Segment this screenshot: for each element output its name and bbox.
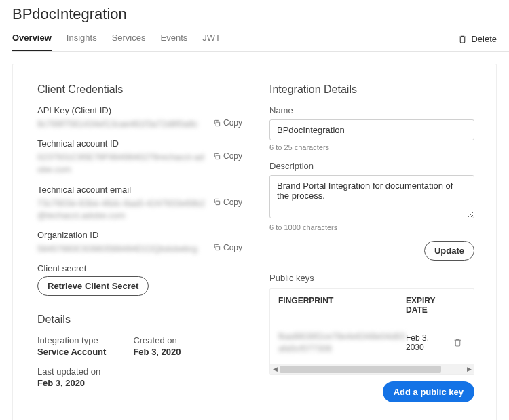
integration-details-col: Integration Details Name 6 to 25 charact… [269,83,474,402]
description-label: Description [269,161,474,171]
description-input[interactable] [269,175,474,218]
tab-events[interactable]: Events [161,27,188,51]
expiry-value: Feb 3, 2030 [406,333,449,352]
copy-label: Copy [223,197,242,207]
retrieve-secret-button[interactable]: Retrieve Client Secret [37,276,149,296]
integration-details-title: Integration Details [269,83,474,96]
svg-rect-3 [216,247,220,251]
svg-rect-0 [216,122,220,126]
name-hint: 6 to 25 characters [269,143,474,151]
copy-tech-id-button[interactable]: Copy [213,151,242,161]
integration-type-label: Integration type [37,335,106,345]
delete-key-button[interactable] [449,338,466,347]
copy-tech-email-button[interactable]: Copy [213,197,242,207]
tech-id-label: Technical account ID [37,138,242,149]
tab-jwt[interactable]: JWT [202,27,221,51]
client-credentials-title: Client Credentials [37,83,242,96]
client-secret-label: Client secret [37,263,242,273]
updated-on-value: Feb 3, 2020 [37,378,100,388]
copy-icon [213,119,221,127]
tab-insights[interactable]: Insights [67,27,97,51]
add-public-key-button[interactable]: Add a public key [383,381,474,402]
integration-type-value: Service Account [37,347,106,357]
details-title: Details [37,313,242,326]
tech-email-label: Technical account email [37,185,242,195]
tech-email-value: 73c7803e-63be-46dc-8aa5-4247833e69b2@tec… [37,197,208,222]
org-id-value: 58457883C63983588494D22Qbdobebrg [37,243,208,255]
tabs: Overview Insights Services Events JWT [12,27,221,51]
trash-icon [458,35,467,43]
horizontal-scrollbar[interactable] [270,364,474,374]
api-key-value: 8c789f7561434ef13cae461f3a72d8f0a8c [37,118,208,130]
table-row: fbad8638f2ce78e4e6348e04d83afa5cf077306 … [270,322,474,364]
public-keys-table: FINGERPRINT EXPIRY DATE fbad8638f2ce78e4… [269,288,474,375]
copy-icon [213,153,221,160]
copy-api-key-button[interactable]: Copy [213,118,242,128]
public-keys-label: Public keys [269,273,474,283]
tab-overview[interactable]: Overview [12,27,52,51]
page-title: BPdocIntegration [12,5,509,23]
name-input[interactable] [269,119,474,140]
svg-rect-2 [216,201,220,205]
copy-label: Copy [223,151,242,161]
header-row: Overview Insights Services Events JWT De… [12,27,509,52]
col-fingerprint: FINGERPRINT [278,296,406,316]
update-button[interactable]: Update [424,241,474,261]
copy-org-id-button[interactable]: Copy [213,243,242,252]
name-label: Name [269,105,474,115]
tech-id-value: 0237931C95E78F8849840279rechacct-adobe.c… [37,151,208,176]
delete-button[interactable]: Delete [458,34,497,44]
delete-label: Delete [471,34,497,44]
client-credentials-col: Client Credentials API Key (Client ID) 8… [37,83,242,402]
main-panel: Client Credentials API Key (Client ID) 8… [12,64,497,420]
copy-icon [213,198,221,206]
tab-services[interactable]: Services [112,27,146,51]
svg-rect-1 [216,155,220,159]
api-key-label: API Key (Client ID) [37,105,242,115]
copy-label: Copy [223,243,242,252]
created-on-label: Created on [133,335,181,345]
description-hint: 6 to 1000 characters [269,223,474,231]
copy-label: Copy [223,118,242,128]
trash-icon [453,338,462,347]
col-expiry: EXPIRY DATE [406,296,449,316]
updated-on-label: Last updated on [37,366,100,377]
copy-icon [213,244,221,251]
created-on-value: Feb 3, 2020 [133,347,181,357]
org-id-label: Organization ID [37,230,242,240]
fingerprint-value: fbad8638f2ce78e4e6348e04d83afa5cf077306 [278,331,405,354]
